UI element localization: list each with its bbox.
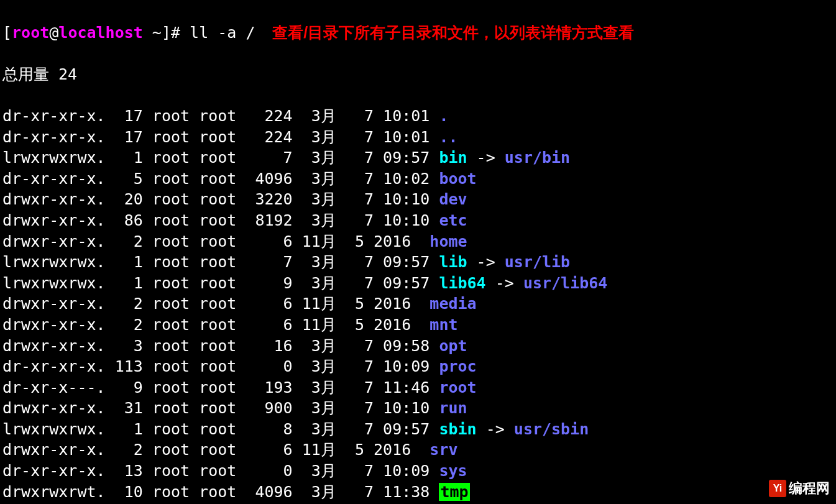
size: 7 (246, 149, 292, 167)
day: 7 (346, 378, 374, 396)
perm: dr-xr-xr-x. (2, 462, 106, 480)
links: 2 (106, 295, 143, 313)
perm: drwxr-xr-x. (2, 337, 106, 355)
day: 7 (346, 128, 374, 146)
group: root (190, 295, 236, 313)
links: 1 (106, 274, 143, 292)
links: 31 (106, 399, 143, 417)
file-name: tmp (439, 483, 469, 501)
owner: root (143, 274, 190, 292)
file-listing: dr-xr-xr-x. 17 root root 224 3月 7 10:01 … (2, 106, 834, 504)
day: 7 (346, 357, 374, 375)
file-name: root (439, 378, 476, 396)
terminal-window[interactable]: [root@localhost ~]# ll -a / 查看/目录下所有子目录和… (0, 0, 836, 504)
month: 3月 (293, 483, 346, 501)
size: 3220 (246, 190, 292, 208)
link-target: usr/lib64 (523, 274, 607, 292)
day: 7 (346, 190, 374, 208)
file-name: etc (439, 211, 467, 229)
list-row: lrwxrwxrwx. 1 root root 9 3月 7 09:57 lib… (2, 273, 834, 294)
list-row: dr-xr-xr-x. 13 root root 0 3月 7 10:09 sy… (2, 460, 834, 482)
perm: drwxr-xr-x. (2, 211, 106, 229)
month: 3月 (293, 128, 346, 146)
list-row: dr-xr-x---. 9 root root 193 3月 7 11:46 r… (2, 377, 834, 398)
group: root (190, 483, 236, 501)
prompt-path: ~ (143, 24, 162, 42)
time: 10:01 (374, 128, 429, 146)
owner: root (143, 316, 190, 334)
month: 3月 (293, 420, 346, 438)
time: 11:46 (374, 378, 429, 396)
perm: lrwxrwxrwx. (2, 420, 106, 438)
links: 1 (106, 149, 143, 167)
owner: root (143, 357, 190, 375)
owner: root (143, 107, 190, 125)
size: 6 (246, 295, 292, 313)
group: root (190, 170, 236, 188)
owner: root (143, 170, 190, 188)
file-name: lib (439, 253, 467, 271)
time: 10:01 (374, 107, 429, 125)
size: 193 (246, 378, 292, 396)
list-row: drwxr-xr-x. 86 root root 8192 3月 7 10:10… (2, 210, 834, 231)
list-row: lrwxrwxrwx. 1 root root 7 3月 7 09:57 lib… (2, 252, 834, 273)
group: root (190, 211, 236, 229)
day: 7 (346, 462, 374, 480)
month: 3月 (293, 462, 346, 480)
owner: root (143, 128, 190, 146)
annotation-text: 查看/目录下所有子目录和文件，以列表详情方式查看 (255, 24, 634, 41)
time: 10:09 (374, 462, 429, 480)
size: 224 (246, 107, 292, 125)
group: root (190, 128, 236, 146)
group: root (190, 190, 236, 208)
links: 2 (106, 441, 143, 459)
perm: dr-xr-x---. (2, 378, 106, 396)
list-row: drwxr-xr-x. 2 root root 6 11月 5 2016 hom… (2, 231, 834, 252)
day: 5 (336, 441, 364, 459)
perm: dr-xr-xr-x. (2, 107, 106, 125)
link-target: usr/sbin (514, 420, 589, 438)
time: 11:38 (374, 483, 429, 501)
watermark: Yi 编程网 (769, 479, 830, 498)
day: 7 (346, 253, 374, 271)
group: root (190, 399, 236, 417)
size: 6 (246, 232, 292, 250)
day: 7 (346, 274, 374, 292)
file-name: proc (439, 357, 476, 375)
group: root (190, 253, 236, 271)
time: 10:09 (374, 357, 429, 375)
owner: root (143, 378, 190, 396)
arrow: -> (467, 253, 505, 271)
command-text: ll -a / (190, 24, 255, 42)
day: 7 (346, 337, 374, 355)
arrow: -> (467, 149, 505, 167)
list-row: drwxrwxrwt. 10 root root 4096 3月 7 11:38… (2, 482, 834, 503)
links: 1 (106, 253, 143, 271)
perm: lrwxrwxrwx. (2, 274, 106, 292)
prompt-host: localhost (58, 24, 142, 42)
month: 11月 (293, 316, 336, 334)
perm: lrwxrwxrwx. (2, 253, 106, 271)
link-target: usr/lib (505, 253, 570, 271)
perm: drwxr-xr-x. (2, 295, 106, 313)
list-row: drwxr-xr-x. 2 root root 6 11月 5 2016 srv (2, 439, 834, 460)
day: 7 (346, 483, 374, 501)
month: 3月 (293, 170, 346, 188)
owner: root (143, 399, 190, 417)
list-row: drwxr-xr-x. 3 root root 16 3月 7 09:58 op… (2, 336, 834, 357)
file-name: media (429, 295, 476, 313)
group: root (190, 107, 236, 125)
group: root (190, 441, 236, 459)
day: 7 (346, 107, 374, 125)
month: 3月 (293, 357, 346, 375)
owner: root (143, 462, 190, 480)
size: 8 (246, 420, 292, 438)
owner: root (143, 420, 190, 438)
perm: drwxr-xr-x. (2, 316, 106, 334)
size: 4096 (246, 170, 292, 188)
group: root (190, 462, 236, 480)
list-row: lrwxrwxrwx. 1 root root 8 3月 7 09:57 sbi… (2, 419, 834, 440)
list-row: drwxr-xr-x. 2 root root 6 11月 5 2016 med… (2, 293, 834, 314)
link-target: usr/bin (505, 149, 570, 167)
file-name: srv (429, 441, 457, 459)
